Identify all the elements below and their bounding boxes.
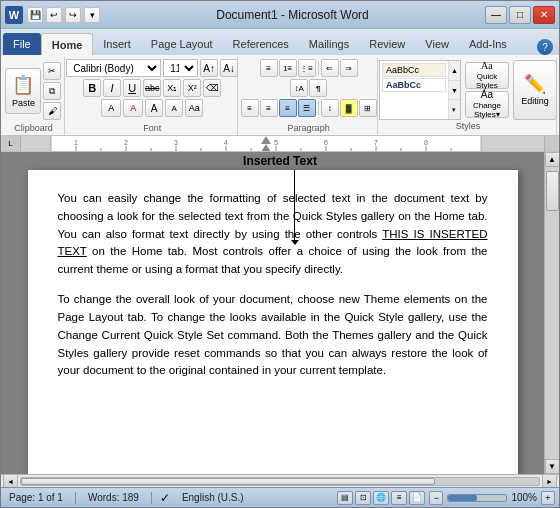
scroll-right-btn[interactable]: ► xyxy=(542,474,557,488)
underline-button[interactable]: U xyxy=(123,79,141,97)
outline-btn[interactable]: ≡ xyxy=(391,491,407,505)
zoom-minus-btn[interactable]: − xyxy=(429,491,443,505)
strikethrough-button[interactable]: abc xyxy=(143,79,161,97)
text-highlight-btn[interactable]: A xyxy=(101,99,121,117)
close-button[interactable]: ✕ xyxy=(533,6,555,24)
print-layout-btn[interactable]: ▤ xyxy=(337,491,353,505)
borders-btn[interactable]: ⊞ xyxy=(359,99,377,117)
tab-file[interactable]: File xyxy=(3,33,41,55)
clear-format-button[interactable]: ⌫ xyxy=(203,79,221,97)
svg-rect-1 xyxy=(481,136,544,151)
ribbon-help-btn[interactable]: ? xyxy=(537,39,553,55)
scroll-thumb-h[interactable] xyxy=(21,478,435,485)
justify-btn[interactable]: ☰ xyxy=(298,99,316,117)
grow-font-btn[interactable]: A↑ xyxy=(200,59,218,77)
tab-mailings[interactable]: Mailings xyxy=(299,33,359,55)
language[interactable]: English (U.S.) xyxy=(178,492,248,503)
scroll-track-v[interactable] xyxy=(545,167,559,459)
zoom-level[interactable]: 100% xyxy=(511,492,537,503)
paste-label: Paste xyxy=(12,98,35,108)
ruler-right xyxy=(544,136,559,152)
bold-button[interactable]: B xyxy=(83,79,101,97)
font-size-larger[interactable]: A xyxy=(145,99,163,117)
status-right: ▤ ⊡ 🌐 ≡ 📄 − 100% + xyxy=(337,491,555,505)
multilevel-list-btn[interactable]: ⋮≡ xyxy=(298,59,316,77)
decrease-indent-btn[interactable]: ⇐ xyxy=(321,59,339,77)
bullets-btn[interactable]: ≡ xyxy=(260,59,278,77)
svg-rect-0 xyxy=(21,136,51,151)
save-toolbar-btn[interactable]: 💾 xyxy=(27,7,43,23)
sort-btn[interactable]: ↕A xyxy=(290,79,308,97)
increase-indent-btn[interactable]: ⇒ xyxy=(340,59,358,77)
customize-toolbar-btn[interactable]: ▾ xyxy=(84,7,100,23)
style-normal[interactable]: AaBbCc xyxy=(382,63,446,77)
word-count[interactable]: Words: 189 xyxy=(84,492,143,503)
paste-button[interactable]: 📋 Paste xyxy=(5,68,41,114)
shading-btn[interactable]: ▓ xyxy=(340,99,358,117)
clipboard-content: 📋 Paste ✂ ⧉ 🖌 xyxy=(5,59,61,123)
doc-scroll-area[interactable]: You can easily change the formatting of … xyxy=(1,152,544,474)
show-hide-btn[interactable]: ¶ xyxy=(309,79,327,97)
tab-addins[interactable]: Add-Ins xyxy=(459,33,517,55)
align-right-btn[interactable]: ≡ xyxy=(279,99,297,117)
zoom-plus-btn[interactable]: + xyxy=(541,491,555,505)
change-case-btn[interactable]: Aa xyxy=(185,99,203,117)
scroll-down-btn[interactable]: ▼ xyxy=(545,459,560,474)
shrink-font-btn[interactable]: A↓ xyxy=(220,59,238,77)
font-format-row: B I U abc X₁ X² ⌫ xyxy=(83,79,221,97)
maximize-button[interactable]: □ xyxy=(509,6,531,24)
font-color-btn[interactable]: A xyxy=(123,99,143,117)
superscript-button[interactable]: X² xyxy=(183,79,201,97)
svg-text:1: 1 xyxy=(74,139,78,146)
font-size-select[interactable]: 11 xyxy=(163,59,198,77)
svg-text:7: 7 xyxy=(374,139,378,146)
paragraph-1: You can easily change the formatting of … xyxy=(58,190,488,279)
ribbon: File Home Insert Page Layout References … xyxy=(1,29,559,136)
gallery-scroll-up[interactable]: ▲ xyxy=(449,61,460,81)
style-heading1[interactable]: AaBbCc xyxy=(382,78,446,92)
align-left-btn[interactable]: ≡ xyxy=(241,99,259,117)
web-layout-btn[interactable]: 🌐 xyxy=(373,491,389,505)
line-spacing-btn[interactable]: ↕ xyxy=(321,99,339,117)
scroll-track-h[interactable] xyxy=(20,477,540,486)
cut-button[interactable]: ✂ xyxy=(43,62,61,80)
copy-button[interactable]: ⧉ xyxy=(43,82,61,100)
format-painter-button[interactable]: 🖌 xyxy=(43,102,61,120)
font-size-smaller[interactable]: A xyxy=(165,99,183,117)
status-sep-2 xyxy=(151,492,152,504)
editing-button[interactable]: ✏️ Editing xyxy=(513,60,557,120)
quick-styles-gallery: AaBbCc AaBbCc ▲ ▼ ▾ xyxy=(379,60,461,120)
change-styles-icon: Aa xyxy=(481,89,493,100)
tab-insert[interactable]: Insert xyxy=(93,33,141,55)
subscript-button[interactable]: X₁ xyxy=(163,79,181,97)
align-center-btn[interactable]: ≡ xyxy=(260,99,278,117)
redo-toolbar-btn[interactable]: ↪ xyxy=(65,7,81,23)
spelling-icon[interactable]: ✓ xyxy=(160,491,170,505)
tab-view[interactable]: View xyxy=(415,33,459,55)
italic-button[interactable]: I xyxy=(103,79,121,97)
tab-page-layout[interactable]: Page Layout xyxy=(141,33,223,55)
ribbon-content: 📋 Paste ✂ ⧉ 🖌 Clipboard xyxy=(1,55,559,135)
title-bar: W 💾 ↩ ↪ ▾ Document1 - Microsoft Word — □… xyxy=(1,1,559,29)
vertical-scrollbar: ▲ ▼ xyxy=(544,152,559,474)
scroll-thumb-v[interactable] xyxy=(546,171,559,211)
ruler-corner[interactable]: L xyxy=(1,136,21,152)
gallery-scroll-down[interactable]: ▼ xyxy=(449,81,460,101)
change-styles-button[interactable]: Aa ChangeStyles▾ xyxy=(465,91,509,118)
minimize-button[interactable]: — xyxy=(485,6,507,24)
scroll-left-btn[interactable]: ◄ xyxy=(3,474,18,488)
numbering-btn[interactable]: 1≡ xyxy=(279,59,297,77)
document-paper[interactable]: You can easily change the formatting of … xyxy=(28,170,518,474)
tab-references[interactable]: References xyxy=(223,33,299,55)
undo-toolbar-btn[interactable]: ↩ xyxy=(46,7,62,23)
tab-review[interactable]: Review xyxy=(359,33,415,55)
font-name-select[interactable]: Calibri (Body) xyxy=(66,59,161,77)
paste-icon: 📋 xyxy=(12,74,34,96)
scroll-up-btn[interactable]: ▲ xyxy=(545,152,560,167)
quick-styles-button[interactable]: Aa QuickStyles xyxy=(465,62,509,89)
full-screen-btn[interactable]: ⊡ xyxy=(355,491,371,505)
gallery-expand[interactable]: ▾ xyxy=(449,100,460,119)
draft-btn[interactable]: 📄 xyxy=(409,491,425,505)
page-count[interactable]: Page: 1 of 1 xyxy=(5,492,67,503)
tab-home[interactable]: Home xyxy=(41,33,94,55)
